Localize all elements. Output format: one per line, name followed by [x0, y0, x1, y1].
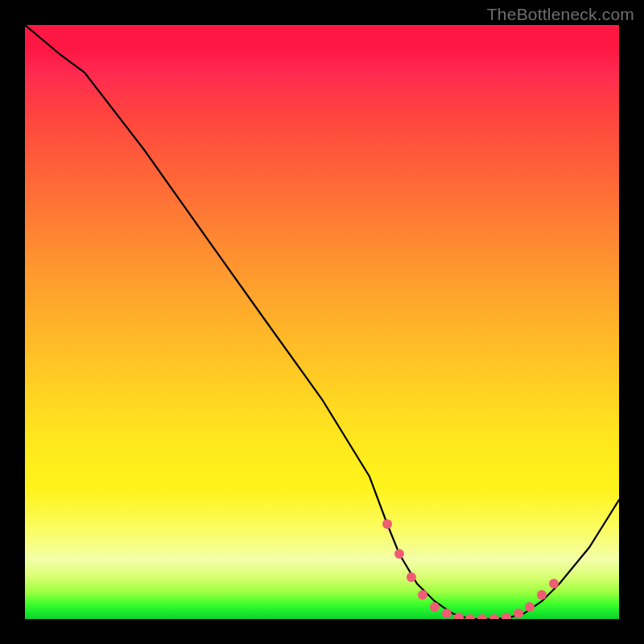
svg-point-5: [442, 609, 452, 618]
chart-frame: TheBottleneck.com: [0, 0, 644, 644]
svg-point-9: [489, 614, 499, 619]
svg-point-12: [525, 602, 535, 612]
svg-point-13: [537, 590, 547, 600]
watermark-text: TheBottleneck.com: [487, 5, 634, 24]
bottleneck-curve: [25, 25, 619, 619]
svg-point-0: [382, 519, 392, 529]
svg-point-4: [430, 602, 440, 612]
svg-point-8: [477, 614, 487, 619]
svg-point-14: [549, 579, 559, 588]
svg-point-7: [465, 614, 475, 619]
plot-area: [25, 25, 619, 619]
curve-layer: [25, 25, 619, 619]
svg-point-2: [407, 572, 416, 582]
svg-point-10: [502, 613, 511, 619]
svg-point-3: [418, 590, 427, 600]
svg-point-11: [514, 609, 523, 618]
svg-point-1: [394, 549, 404, 559]
